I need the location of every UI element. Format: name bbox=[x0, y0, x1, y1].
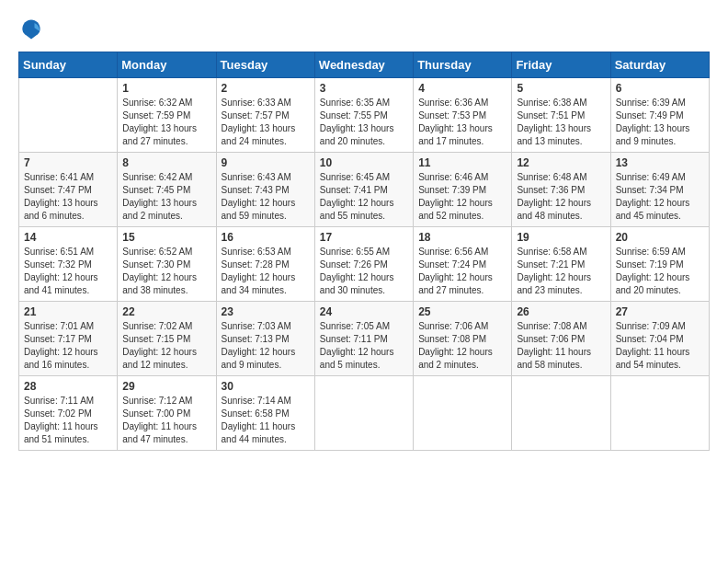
week-row-3: 14Sunrise: 6:51 AM Sunset: 7:32 PM Dayli… bbox=[19, 227, 710, 302]
day-info: Sunrise: 6:55 AM Sunset: 7:26 PM Dayligh… bbox=[320, 246, 408, 297]
day-cell: 21Sunrise: 7:01 AM Sunset: 7:17 PM Dayli… bbox=[19, 302, 118, 376]
week-row-4: 21Sunrise: 7:01 AM Sunset: 7:17 PM Dayli… bbox=[19, 302, 710, 376]
day-info: Sunrise: 6:42 AM Sunset: 7:45 PM Dayligh… bbox=[122, 171, 210, 223]
logo bbox=[18, 17, 48, 42]
day-cell: 29Sunrise: 7:12 AM Sunset: 7:00 PM Dayli… bbox=[118, 376, 216, 451]
day-info: Sunrise: 7:01 AM Sunset: 7:17 PM Dayligh… bbox=[24, 320, 112, 372]
day-cell: 19Sunrise: 6:58 AM Sunset: 7:21 PM Dayli… bbox=[512, 227, 610, 302]
day-cell: 6Sunrise: 6:39 AM Sunset: 7:49 PM Daylig… bbox=[610, 78, 709, 153]
day-number: 10 bbox=[320, 156, 408, 169]
day-number: 3 bbox=[320, 82, 408, 95]
day-number: 19 bbox=[517, 231, 605, 244]
day-info: Sunrise: 7:11 AM Sunset: 7:02 PM Dayligh… bbox=[24, 395, 112, 446]
day-info: Sunrise: 7:06 AM Sunset: 7:08 PM Dayligh… bbox=[418, 320, 506, 372]
day-number: 17 bbox=[320, 231, 408, 244]
header-row: SundayMondayTuesdayWednesdayThursdayFrid… bbox=[19, 52, 710, 78]
day-info: Sunrise: 6:33 AM Sunset: 7:57 PM Dayligh… bbox=[222, 97, 310, 148]
day-number: 28 bbox=[24, 380, 112, 393]
day-number: 9 bbox=[222, 156, 310, 169]
day-number: 23 bbox=[222, 305, 310, 318]
header bbox=[18, 17, 710, 42]
day-info: Sunrise: 6:41 AM Sunset: 7:47 PM Dayligh… bbox=[24, 171, 112, 223]
day-cell: 26Sunrise: 7:08 AM Sunset: 7:06 PM Dayli… bbox=[512, 302, 610, 376]
day-info: Sunrise: 6:39 AM Sunset: 7:49 PM Dayligh… bbox=[616, 97, 704, 148]
day-info: Sunrise: 7:14 AM Sunset: 6:58 PM Dayligh… bbox=[222, 395, 310, 446]
day-cell: 7Sunrise: 6:41 AM Sunset: 7:47 PM Daylig… bbox=[19, 153, 118, 227]
day-number: 20 bbox=[616, 231, 704, 244]
calendar-body: 1Sunrise: 6:32 AM Sunset: 7:59 PM Daylig… bbox=[19, 78, 710, 451]
day-info: Sunrise: 7:12 AM Sunset: 7:00 PM Dayligh… bbox=[122, 395, 210, 446]
calendar-table: SundayMondayTuesdayWednesdayThursdayFrid… bbox=[18, 52, 710, 451]
day-cell bbox=[414, 376, 512, 451]
day-info: Sunrise: 6:51 AM Sunset: 7:32 PM Dayligh… bbox=[24, 246, 112, 297]
day-cell bbox=[19, 78, 118, 153]
day-cell: 16Sunrise: 6:53 AM Sunset: 7:28 PM Dayli… bbox=[216, 227, 314, 302]
day-number: 21 bbox=[24, 305, 112, 318]
day-number: 12 bbox=[517, 156, 605, 169]
day-number: 27 bbox=[616, 305, 704, 318]
day-cell: 5Sunrise: 6:38 AM Sunset: 7:51 PM Daylig… bbox=[512, 78, 610, 153]
day-number: 7 bbox=[24, 156, 112, 169]
day-number: 2 bbox=[222, 82, 310, 95]
day-info: Sunrise: 7:05 AM Sunset: 7:11 PM Dayligh… bbox=[320, 320, 408, 372]
day-info: Sunrise: 6:52 AM Sunset: 7:30 PM Dayligh… bbox=[122, 246, 210, 297]
day-number: 15 bbox=[122, 231, 210, 244]
day-number: 30 bbox=[222, 380, 310, 393]
day-cell: 22Sunrise: 7:02 AM Sunset: 7:15 PM Dayli… bbox=[118, 302, 216, 376]
day-number: 25 bbox=[418, 305, 506, 318]
calendar-header: SundayMondayTuesdayWednesdayThursdayFrid… bbox=[19, 52, 710, 78]
day-header-wednesday: Wednesday bbox=[314, 52, 413, 78]
day-number: 24 bbox=[320, 305, 408, 318]
day-number: 13 bbox=[616, 156, 704, 169]
logo-icon bbox=[18, 17, 44, 42]
day-info: Sunrise: 7:03 AM Sunset: 7:13 PM Dayligh… bbox=[222, 320, 310, 372]
day-number: 8 bbox=[122, 156, 210, 169]
day-cell: 23Sunrise: 7:03 AM Sunset: 7:13 PM Dayli… bbox=[216, 302, 314, 376]
day-info: Sunrise: 6:45 AM Sunset: 7:41 PM Dayligh… bbox=[320, 171, 408, 223]
day-cell: 28Sunrise: 7:11 AM Sunset: 7:02 PM Dayli… bbox=[19, 376, 118, 451]
day-info: Sunrise: 6:56 AM Sunset: 7:24 PM Dayligh… bbox=[418, 246, 506, 297]
day-cell: 30Sunrise: 7:14 AM Sunset: 6:58 PM Dayli… bbox=[216, 376, 314, 451]
day-cell: 20Sunrise: 6:59 AM Sunset: 7:19 PM Dayli… bbox=[610, 227, 709, 302]
day-cell: 11Sunrise: 6:46 AM Sunset: 7:39 PM Dayli… bbox=[414, 153, 512, 227]
day-number: 22 bbox=[122, 305, 210, 318]
day-info: Sunrise: 6:35 AM Sunset: 7:55 PM Dayligh… bbox=[320, 97, 408, 148]
day-cell: 1Sunrise: 6:32 AM Sunset: 7:59 PM Daylig… bbox=[118, 78, 216, 153]
day-info: Sunrise: 6:53 AM Sunset: 7:28 PM Dayligh… bbox=[222, 246, 310, 297]
day-info: Sunrise: 7:09 AM Sunset: 7:04 PM Dayligh… bbox=[616, 320, 704, 372]
day-info: Sunrise: 6:58 AM Sunset: 7:21 PM Dayligh… bbox=[517, 246, 605, 297]
day-number: 1 bbox=[122, 82, 210, 95]
day-cell: 25Sunrise: 7:06 AM Sunset: 7:08 PM Dayli… bbox=[414, 302, 512, 376]
day-cell: 3Sunrise: 6:35 AM Sunset: 7:55 PM Daylig… bbox=[314, 78, 413, 153]
day-cell: 18Sunrise: 6:56 AM Sunset: 7:24 PM Dayli… bbox=[414, 227, 512, 302]
day-cell bbox=[314, 376, 413, 451]
page: SundayMondayTuesdayWednesdayThursdayFrid… bbox=[0, 0, 728, 563]
day-number: 11 bbox=[418, 156, 506, 169]
day-header-saturday: Saturday bbox=[610, 52, 709, 78]
day-info: Sunrise: 6:32 AM Sunset: 7:59 PM Dayligh… bbox=[122, 97, 210, 148]
day-cell: 24Sunrise: 7:05 AM Sunset: 7:11 PM Dayli… bbox=[314, 302, 413, 376]
day-header-tuesday: Tuesday bbox=[216, 52, 314, 78]
day-cell: 12Sunrise: 6:48 AM Sunset: 7:36 PM Dayli… bbox=[512, 153, 610, 227]
day-cell bbox=[610, 376, 709, 451]
week-row-1: 1Sunrise: 6:32 AM Sunset: 7:59 PM Daylig… bbox=[19, 78, 710, 153]
week-row-5: 28Sunrise: 7:11 AM Sunset: 7:02 PM Dayli… bbox=[19, 376, 710, 451]
day-cell: 4Sunrise: 6:36 AM Sunset: 7:53 PM Daylig… bbox=[414, 78, 512, 153]
day-cell: 9Sunrise: 6:43 AM Sunset: 7:43 PM Daylig… bbox=[216, 153, 314, 227]
day-cell: 8Sunrise: 6:42 AM Sunset: 7:45 PM Daylig… bbox=[118, 153, 216, 227]
day-info: Sunrise: 6:49 AM Sunset: 7:34 PM Dayligh… bbox=[616, 171, 704, 223]
day-info: Sunrise: 6:43 AM Sunset: 7:43 PM Dayligh… bbox=[222, 171, 310, 223]
day-number: 29 bbox=[122, 380, 210, 393]
day-cell: 17Sunrise: 6:55 AM Sunset: 7:26 PM Dayli… bbox=[314, 227, 413, 302]
day-info: Sunrise: 7:02 AM Sunset: 7:15 PM Dayligh… bbox=[122, 320, 210, 372]
day-info: Sunrise: 6:48 AM Sunset: 7:36 PM Dayligh… bbox=[517, 171, 605, 223]
day-number: 18 bbox=[418, 231, 506, 244]
week-row-2: 7Sunrise: 6:41 AM Sunset: 7:47 PM Daylig… bbox=[19, 153, 710, 227]
day-number: 14 bbox=[24, 231, 112, 244]
day-number: 4 bbox=[418, 82, 506, 95]
day-cell: 27Sunrise: 7:09 AM Sunset: 7:04 PM Dayli… bbox=[610, 302, 709, 376]
day-cell: 10Sunrise: 6:45 AM Sunset: 7:41 PM Dayli… bbox=[314, 153, 413, 227]
day-number: 16 bbox=[222, 231, 310, 244]
day-header-sunday: Sunday bbox=[19, 52, 118, 78]
day-cell: 13Sunrise: 6:49 AM Sunset: 7:34 PM Dayli… bbox=[610, 153, 709, 227]
